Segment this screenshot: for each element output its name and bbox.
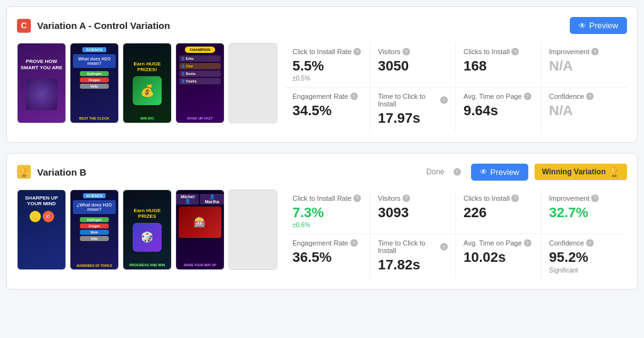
metric-value-confidence-b: 95.2% xyxy=(549,249,619,266)
question-icon-done[interactable]: ? xyxy=(453,168,461,176)
metric-value-visitors-a: 3050 xyxy=(378,58,448,74)
metric-value-engagement-a: 34.5% xyxy=(292,103,362,119)
metric-cell-atop-b: Avg. Time on Page ? 10.02s xyxy=(456,234,541,278)
screenshot-thumb-4: CHAMPION 👤 Erika 👤 Char 👤 Benita 👤 Charl… xyxy=(175,43,225,123)
variation-a-screenshots: PROVE HOW SMART YOU ARE SCIENCE What doe… xyxy=(17,43,277,123)
question-icon-engagement-b[interactable]: ? xyxy=(350,239,358,247)
metric-value-engagement-b: 36.5% xyxy=(292,249,362,266)
variation-b-screenshots: SHARPEN UP YOUR MIND 🪙 🎯 SCIENCE ¿What d… xyxy=(17,189,277,270)
question-icon-visitors-a[interactable]: ? xyxy=(402,48,410,55)
metric-cell-improvement-a: Improvement ? N/A xyxy=(541,43,627,87)
metric-cell-ctr-a: Click to Install Rate ? 5.5% ±0.5% xyxy=(285,43,370,87)
question-icon-ttci-b[interactable]: ? xyxy=(440,243,448,251)
metric-sub-confidence-b: Significant xyxy=(549,267,619,274)
variation-b-card: 🏆 Variation B Done ? 👁 Preview Winning V… xyxy=(6,153,638,290)
metric-cell-ttci-b: Time to Click to Install ? 17.82s xyxy=(370,234,456,278)
metric-cell-improvement-b: Improvement ? 32.7% xyxy=(541,189,627,234)
screenshot-thumb-2: SCIENCE What does H2O mean? Hydrogen Oxy… xyxy=(70,43,119,123)
variation-a-header: C Variation A - Control Variation 👁 Prev… xyxy=(17,17,627,34)
metric-cell-visitors-b: Visitors ? 3093 xyxy=(370,189,456,234)
variation-b-title: Variation B xyxy=(37,167,420,177)
question-icon-atop-b[interactable]: ? xyxy=(524,239,531,247)
variation-a-body: PROVE HOW SMART YOU ARE SCIENCE What doe… xyxy=(17,43,627,132)
screenshot-b-thumb-2: SCIENCE ¿What does H2O mean? Hydrogen Ox… xyxy=(70,189,119,270)
question-icon-clicks-b[interactable]: ? xyxy=(511,194,519,202)
eye-icon: 👁 xyxy=(579,21,586,30)
question-icon-improvement-b[interactable]: ? xyxy=(591,194,599,202)
question-icon-confidence-a[interactable]: ? xyxy=(586,93,594,100)
eye-icon-b: 👁 xyxy=(480,167,487,176)
metric-cell-atop-a: Avg. Time on Page ? 9.64s xyxy=(456,87,541,132)
variation-b-icon: 🏆 xyxy=(17,165,31,179)
variation-b-body: SHARPEN UP YOUR MIND 🪙 🎯 SCIENCE ¿What d… xyxy=(17,189,627,279)
screenshot-thumb-1: PROVE HOW SMART YOU ARE xyxy=(17,43,66,123)
variation-a-icon: C xyxy=(17,19,31,33)
metric-value-confidence-a: N/A xyxy=(549,103,619,119)
metric-value-ttci-b: 17.82s xyxy=(378,257,448,273)
variation-b-preview-button[interactable]: 👁 Preview xyxy=(471,164,528,181)
metric-value-ttci-a: 17.97s xyxy=(378,110,448,127)
metric-value-clicks-a: 168 xyxy=(464,58,533,74)
variation-a-metrics: Click to Install Rate ? 5.5% ±0.5% Visit… xyxy=(285,43,627,132)
metric-value-clicks-b: 226 xyxy=(464,205,533,221)
trophy-icon: 🏆 xyxy=(609,167,619,177)
question-icon-clicks-a[interactable]: ? xyxy=(511,48,519,55)
variation-a-preview-button[interactable]: 👁 Preview xyxy=(570,17,627,34)
question-icon-improvement-a[interactable]: ? xyxy=(591,48,599,55)
metric-cell-engagement-a: Engagement Rate ? 34.5% xyxy=(285,87,370,132)
metric-cell-confidence-b: Confidence ? 95.2% Significant xyxy=(541,234,627,278)
variation-b-header: 🏆 Variation B Done ? 👁 Preview Winning V… xyxy=(17,164,627,181)
question-icon[interactable]: ? xyxy=(353,48,361,55)
screenshot-b-thumb-3: Earn HUGE PRIZES 🎲 PROGRESS AND WIN xyxy=(123,189,172,270)
winning-label: Winning Variation xyxy=(542,167,606,176)
variation-a-title: Variation A - Control Variation xyxy=(37,20,564,31)
metric-cell-visitors-a: Visitors ? 3050 xyxy=(370,43,456,87)
metric-value-atop-a: 9.64s xyxy=(464,103,533,119)
question-icon-ttci-a[interactable]: ? xyxy=(440,96,448,104)
metric-cell-clicks-b: Clicks to Install ? 226 xyxy=(456,189,541,234)
metric-value-atop-b: 10.02s xyxy=(464,249,533,266)
screenshot-b-thumb-1: SHARPEN UP YOUR MIND 🪙 🎯 xyxy=(17,189,66,270)
question-icon-engagement-a[interactable]: ? xyxy=(350,93,358,100)
question-icon-confidence-b[interactable]: ? xyxy=(586,239,594,247)
metric-sub-ctr-b: ±0.6% xyxy=(292,222,362,228)
variation-a-card: C Variation A - Control Variation 👁 Prev… xyxy=(6,6,638,143)
metric-cell-clicks-a: Clicks to Install ? 168 xyxy=(456,43,541,87)
done-badge: Done xyxy=(426,167,445,176)
metric-value-improvement-b: 32.7% xyxy=(549,205,619,221)
winning-variation-badge: Winning Variation 🏆 xyxy=(535,164,627,180)
metric-cell-ctr-b: Click to Install Rate ? 7.3% ±0.6% xyxy=(285,189,370,234)
question-icon-visitors-b[interactable]: ? xyxy=(402,194,410,202)
question-icon-ctr-b[interactable]: ? xyxy=(353,194,361,202)
metric-cell-engagement-b: Engagement Rate ? 36.5% xyxy=(285,234,370,278)
metric-value-visitors-b: 3093 xyxy=(378,205,448,221)
metric-cell-ttci-a: Time to Click to Install ? 17.97s xyxy=(370,87,456,132)
metric-sub-ctr-a: ±0.5% xyxy=(292,75,362,82)
screenshot-placeholder-b xyxy=(228,189,277,270)
screenshot-thumb-3: Earn HUGE PRIZES! 💰 WIN BIG xyxy=(123,43,172,123)
variation-b-metrics: Click to Install Rate ? 7.3% ±0.6% Visit… xyxy=(285,189,627,279)
question-icon-atop-a[interactable]: ? xyxy=(524,93,531,100)
metric-value-ctr-a: 5.5% xyxy=(292,58,362,74)
metric-cell-confidence-a: Confidence ? N/A xyxy=(541,87,627,132)
metric-value-improvement-a: N/A xyxy=(549,58,619,74)
screenshot-placeholder-a xyxy=(228,43,277,123)
metric-value-ctr-b: 7.3% xyxy=(292,205,362,221)
screenshot-b-thumb-4: Michel 👤 👤 Martha 🎰 RAISE YOUR WAY UP xyxy=(175,189,225,270)
